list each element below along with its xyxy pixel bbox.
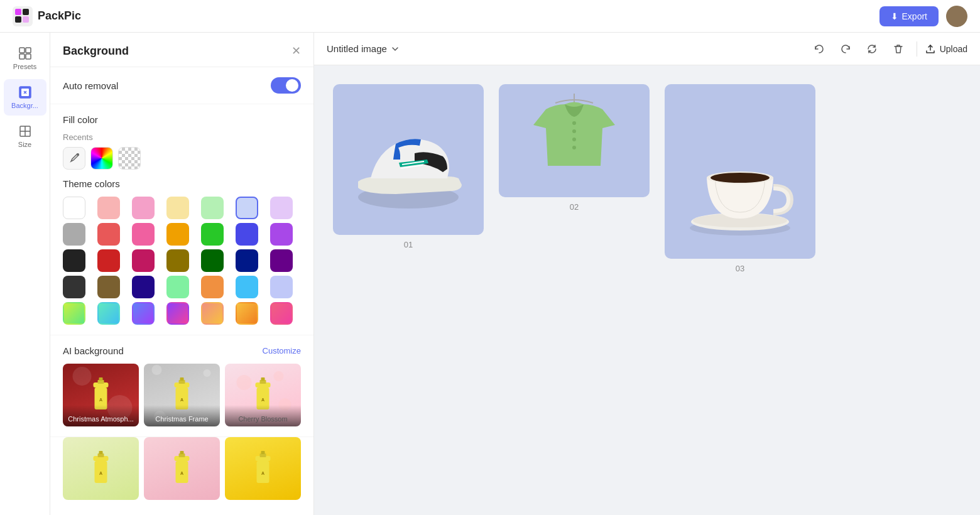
color-swatch-21[interactable]	[63, 276, 85, 298]
eyedropper-tool[interactable]	[63, 147, 85, 170]
sidebar-item-size[interactable]: Size	[4, 118, 46, 154]
auto-removal-toggle[interactable]	[271, 77, 301, 94]
ai-bg-item-christmas-atmosphere[interactable]: A Christmas Atmosph...	[63, 364, 139, 426]
size-icon	[18, 124, 32, 138]
ai-background-grid-2: A A A	[63, 437, 301, 500]
toolbar-actions: Upload	[808, 38, 967, 60]
svg-rect-30	[180, 377, 184, 381]
redo-button[interactable]	[835, 38, 856, 60]
delete-button[interactable]	[888, 38, 909, 60]
ai-bg-more-row: A A A	[50, 437, 313, 512]
image-number-02: 02	[570, 202, 579, 212]
color-swatch-22[interactable]	[97, 276, 120, 298]
upload-icon	[925, 43, 936, 55]
background-icon	[18, 85, 32, 99]
app-name: PackPic	[38, 9, 81, 23]
ai-background-label: AI background	[63, 345, 124, 356]
image-item-03: 03	[665, 84, 815, 273]
color-swatch-26[interactable]	[236, 276, 258, 298]
color-swatch-28[interactable]	[63, 302, 85, 325]
ai-bg-item-row2-0[interactable]: A	[63, 437, 139, 500]
sidebar-item-presets[interactable]: Presets	[4, 40, 46, 77]
color-swatch-27[interactable]	[270, 276, 293, 298]
svg-point-60	[572, 129, 576, 133]
color-swatch-6[interactable]	[270, 197, 293, 219]
color-swatch-19[interactable]	[236, 249, 258, 272]
ai-background-section: AI background Customize A Christmas Atmo…	[50, 335, 313, 437]
color-swatch-17[interactable]	[166, 249, 189, 272]
color-swatch-24[interactable]	[166, 276, 189, 298]
svg-rect-4	[23, 16, 29, 23]
shirt-image	[511, 90, 637, 191]
image-card-03[interactable]	[665, 84, 815, 259]
image-number-03: 03	[736, 264, 744, 273]
svg-text:A: A	[99, 471, 102, 475]
color-swatch-30[interactable]	[132, 302, 155, 325]
svg-rect-38	[261, 377, 265, 381]
ai-bg-item-row2-2[interactable]: A	[225, 437, 301, 500]
image-card-01[interactable]	[333, 84, 484, 235]
image-item-02: 02	[499, 84, 650, 212]
color-swatch-3[interactable]	[166, 197, 189, 219]
export-button[interactable]: ⬇ Export	[879, 6, 939, 26]
undo-button[interactable]	[808, 38, 830, 60]
ai-bg-item-cherry-blossom[interactable]: A Cherry Blossom	[225, 364, 301, 426]
color-swatch-13[interactable]	[270, 223, 293, 246]
customize-link[interactable]: Customize	[263, 346, 301, 355]
color-swatch-1[interactable]	[97, 197, 120, 219]
color-swatch-32[interactable]	[201, 302, 224, 325]
theme-colors-label: Theme colors	[63, 178, 301, 189]
color-swatch-4[interactable]	[201, 197, 224, 219]
image-card-02[interactable]	[499, 84, 650, 197]
svg-rect-22	[99, 377, 103, 381]
color-swatch-18[interactable]	[201, 249, 224, 272]
color-swatch-34[interactable]	[270, 302, 293, 325]
svg-point-67	[710, 173, 770, 183]
color-swatch-5[interactable]	[236, 197, 258, 219]
color-swatch-31[interactable]	[166, 302, 189, 325]
color-swatch-20[interactable]	[270, 249, 293, 272]
color-swatch-33[interactable]	[236, 302, 258, 325]
avatar[interactable]	[946, 6, 967, 27]
sidebar-item-background[interactable]: Backgr...	[4, 79, 46, 116]
svg-text:A: A	[261, 471, 264, 475]
svg-point-16	[77, 153, 79, 156]
ai-bg-item-christmas-frame[interactable]: A Christmas Frame	[144, 364, 220, 426]
auto-removal-section: Auto removal	[50, 67, 313, 104]
transparent-color-tool[interactable]	[118, 147, 141, 170]
svg-rect-2	[23, 9, 29, 15]
color-swatch-10[interactable]	[166, 223, 189, 246]
color-swatch-25[interactable]	[201, 276, 224, 298]
color-swatch-14[interactable]	[63, 249, 85, 272]
color-swatch-8[interactable]	[97, 223, 120, 246]
color-swatch-11[interactable]	[201, 223, 224, 246]
svg-rect-3	[15, 16, 21, 23]
color-swatch-0[interactable]	[63, 197, 85, 219]
image-number-01: 01	[404, 240, 413, 249]
ai-bg-item-row2-1[interactable]: A	[144, 437, 220, 500]
panel-header: Background ✕	[50, 33, 313, 67]
image-title-button[interactable]: Untitled image	[327, 43, 400, 54]
refresh-button[interactable]	[861, 38, 883, 60]
svg-rect-53	[261, 451, 265, 454]
color-swatch-2[interactable]	[132, 197, 155, 219]
color-swatch-16[interactable]	[132, 249, 155, 272]
panel-title: Background	[63, 45, 129, 58]
image-title-text: Untitled image	[327, 43, 387, 54]
color-swatch-9[interactable]	[132, 223, 155, 246]
rainbow-color-tool[interactable]	[90, 147, 113, 170]
svg-text:A: A	[261, 398, 264, 402]
svg-point-62	[572, 146, 576, 149]
color-swatch-15[interactable]	[97, 249, 120, 272]
color-swatch-29[interactable]	[97, 302, 120, 325]
background-panel: Background ✕ Auto removal Fill color Rec…	[50, 33, 314, 515]
upload-button[interactable]: Upload	[925, 43, 967, 55]
svg-rect-7	[19, 54, 24, 59]
background-label: Backgr...	[11, 102, 38, 109]
color-swatch-23[interactable]	[132, 276, 155, 298]
svg-rect-6	[26, 48, 31, 53]
close-button[interactable]: ✕	[291, 44, 301, 58]
color-swatch-7[interactable]	[63, 223, 85, 246]
color-swatch-12[interactable]	[236, 223, 258, 246]
svg-rect-8	[26, 54, 31, 59]
